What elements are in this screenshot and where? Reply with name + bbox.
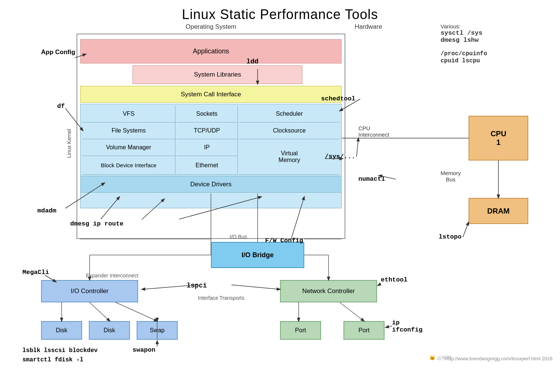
kernel-tcpudp: TCP/UDP (176, 122, 238, 139)
swap-box: Swap (137, 321, 178, 340)
io-controller-box: I/O Controller (41, 280, 138, 302)
ethtool-label: ethtool (381, 276, 407, 283)
layer-devdrivers: Device Drivers (80, 176, 342, 193)
svg-line-25 (378, 284, 381, 286)
megacli-label: MegaCli (22, 269, 49, 276)
kernel-ip: IP (176, 139, 238, 156)
lstopo-label: lstopo (439, 233, 461, 240)
cpuid-lscpu-label: cpuid lscpu (441, 57, 480, 64)
kernel-blockdev: Block Device Interface (82, 156, 175, 175)
svg-line-33 (463, 222, 469, 237)
kernel-filesystems: File Systems (82, 122, 175, 139)
footer-url: http://www.brendangregg.com/linuxperf.ht… (446, 356, 553, 361)
kernel-volmanager: Volume Manager (82, 139, 175, 156)
interface-transports-label: Interface Transports (198, 295, 245, 301)
kernel-sockets: Sockets (176, 106, 238, 122)
ldd-label: ldd (246, 58, 258, 65)
layer-syslibs: System Libraries (133, 65, 302, 84)
svg-line-23 (231, 285, 280, 289)
os-label: Operating System (77, 23, 345, 31)
layer-syscall: System Call Interface (80, 86, 342, 103)
cpu-interconnect-label: CPUInterconnect (358, 125, 389, 138)
lsblk-label: lsblk lsscsi blockdev (22, 347, 98, 354)
disk2-box: Disk (89, 321, 130, 340)
network-controller-box: Network Controller (280, 280, 377, 302)
page-title: Linux Static Performance Tools (0, 0, 560, 26)
memory-bus-label: MemoryBus (441, 170, 461, 183)
svg-line-18 (116, 302, 157, 321)
lspci-label: lspci (187, 282, 207, 289)
kernel-scheduler: Scheduler (239, 106, 340, 122)
various-label: Various: sysctl /sys dmesg lshw /proc/cp… (441, 23, 487, 64)
cpu-box: CPU 1 (469, 116, 528, 161)
smartctl-label: smartctl fdisk -l (22, 357, 83, 363)
swapon-label: swapon (133, 346, 155, 354)
diagram: Linux Static Performance Tools Operating… (0, 0, 560, 366)
dmesg-ip-route-label: dmesg ip route (70, 220, 124, 227)
disk1-box: Disk (41, 321, 82, 340)
sysctl-sys-label: sysctl /sys (441, 29, 482, 37)
kernel-clocksource: Clocksource (239, 122, 340, 139)
kernel-vfs: VFS (82, 106, 175, 122)
schedtool-label: schedtool (321, 95, 355, 102)
ip-ifconfig-label: ip ifconfig (392, 319, 423, 333)
watermark: 🐱 运维帮 (429, 355, 451, 361)
mdadm-label: mdadm (37, 207, 56, 214)
svg-line-35 (357, 138, 358, 157)
hardware-label: Hardware (355, 23, 382, 31)
numactl-label: numactl (358, 175, 385, 183)
dram-box: DRAM (469, 198, 528, 224)
df-label: df (57, 103, 65, 110)
fw-config-label: F/W Config (265, 237, 303, 244)
svg-line-26 (386, 326, 392, 327)
kernel-ethernet: Ethernet (176, 156, 238, 175)
dmesg-lshw-label: dmesg lshw (441, 37, 479, 44)
linux-kernel-label: Linux Kernel (66, 139, 72, 158)
svg-line-17 (90, 302, 110, 321)
sys-dots-label: /sys/... (325, 153, 355, 160)
port1-box: Port (280, 321, 321, 340)
io-bus-label: I/O Bus (230, 234, 247, 240)
io-bridge-box: I/O Bridge (211, 242, 304, 268)
expander-interconnect-label: Expander Interconnect (86, 273, 139, 279)
app-config-label: App Config (41, 49, 75, 56)
svg-line-21 (340, 302, 364, 321)
port2-box: Port (343, 321, 385, 340)
proc-cpuinfo-label: /proc/cpuinfo (441, 50, 487, 57)
layer-applications: Applications (80, 39, 342, 63)
